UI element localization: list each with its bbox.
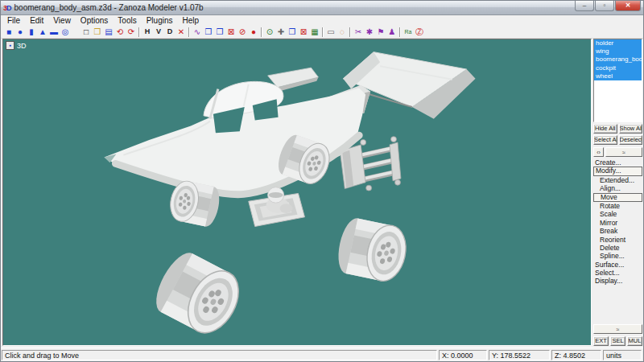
zoom-extents-icon[interactable]: ⊠ [298, 27, 309, 37]
menubar: FileEditViewOptionsToolsPluginsHelp [1, 15, 643, 26]
show-all-button[interactable]: Show All [619, 124, 643, 134]
wheel-object[interactable] [148, 247, 249, 341]
app-window: 3D boomerang_body_asm.z3d - Zanoza Model… [0, 0, 644, 362]
cut-tool-icon[interactable]: ✂ [353, 27, 364, 37]
primitive-cylinder-icon[interactable]: ▮ [26, 27, 37, 37]
hide-all-button[interactable]: Hide All [593, 124, 617, 134]
titlebar[interactable]: 3D boomerang_body_asm.z3d - Zanoza Model… [1, 1, 643, 15]
command-menu: Create...Modify...Extended...Align...Mov… [593, 158, 642, 286]
parts-list[interactable]: holderwingboomerang_bodycockpitwheel [593, 39, 642, 122]
undo-icon[interactable]: ⟲ [114, 27, 126, 37]
viewport-menu-icon[interactable]: ● [6, 41, 14, 50]
toggle-v-button[interactable]: V [153, 27, 164, 37]
mul-mode-button[interactable]: MUL [627, 336, 642, 346]
part-item[interactable]: holder [594, 39, 642, 47]
axes-forbid-icon[interactable]: ⊘ [237, 27, 248, 37]
toolbar: ■●▮▲▬◎□❒▤⟲⟳HVD✕∿❒❐⊠⊘●⊙✚❒⊠▦▭◌✂✱⚑♟RaⓏ [1, 26, 643, 39]
zmodeler-logo-icon[interactable]: Ⓩ [414, 27, 425, 37]
command-item[interactable]: Display... [593, 277, 642, 285]
toolbar-separator [138, 27, 140, 37]
primitive-ellipsoid-icon[interactable]: ▬ [48, 27, 60, 37]
toggle-h-button[interactable]: H [142, 27, 153, 37]
command-item[interactable]: Align... [593, 184, 642, 192]
new-file-icon[interactable]: □ [80, 27, 92, 37]
command-item[interactable]: Modify... [593, 167, 642, 175]
open-file-icon[interactable]: ❒ [92, 27, 103, 37]
pan-tool-icon[interactable]: ✚ [275, 27, 287, 37]
command-item[interactable]: Create... [593, 158, 642, 167]
viewport-3d[interactable]: ● 3D [2, 39, 592, 346]
local-axes-icon[interactable]: ❒ [203, 27, 214, 37]
toggle-d-button[interactable]: D [164, 27, 175, 37]
right-panel: holderwingboomerang_bodycockpitwheel Hid… [593, 39, 643, 348]
command-item[interactable]: Select... [593, 269, 642, 277]
plugin-ra-icon[interactable]: Ra [402, 27, 414, 37]
primitive-box-icon[interactable]: ■ [3, 27, 14, 37]
spline-mode-icon[interactable]: ∿ [192, 27, 203, 37]
primitive-torus-icon[interactable]: ◎ [60, 27, 71, 37]
save-file-icon[interactable]: ▤ [103, 27, 114, 37]
menu-item[interactable]: View [48, 15, 76, 26]
status-z-coordinate: Z: 4.8502 [551, 350, 601, 360]
close-button[interactable]: ✕ [615, 1, 641, 11]
command-item[interactable]: Rotate [593, 202, 642, 210]
redo-icon[interactable]: ⟳ [126, 27, 137, 37]
status-message: Click and drag to Move [2, 350, 437, 360]
toolbar-separator [188, 27, 190, 37]
axes-off-icon[interactable]: ⊠ [225, 27, 237, 37]
panel-collapse-button[interactable]: ≈ [605, 147, 642, 157]
deselect-button[interactable]: Deselect [619, 135, 643, 145]
toolbar-gap [71, 27, 80, 37]
boomerang-body-object[interactable] [104, 68, 370, 195]
render-sphere-icon[interactable]: ● [248, 27, 259, 37]
part-item[interactable]: wheel [594, 72, 642, 80]
command-item[interactable]: Mirror [593, 219, 642, 227]
minimize-button[interactable]: – [575, 1, 594, 11]
viewport-label-row: ● 3D [6, 41, 27, 50]
toolbar-separator [349, 27, 351, 37]
select-rectangle-icon[interactable]: ▭ [325, 27, 336, 37]
menu-item[interactable]: Help [178, 15, 204, 26]
star-tool-icon[interactable]: ✱ [364, 27, 375, 37]
command-item[interactable]: Break [593, 227, 642, 235]
maximize-button[interactable]: ▫ [595, 1, 614, 11]
zoom-tool-icon[interactable]: ⊙ [264, 27, 275, 37]
panel-dock-button[interactable]: ‹› [593, 147, 604, 157]
command-item[interactable]: Scale [593, 210, 642, 218]
orbit-view-icon[interactable]: ❒ [287, 27, 298, 37]
menu-item[interactable]: Options [76, 15, 113, 26]
panel-expand-button[interactable]: ≈ [593, 324, 642, 334]
select-circle-icon[interactable]: ◌ [336, 27, 348, 37]
menu-item[interactable]: Plugins [142, 15, 178, 26]
primitive-sphere-icon[interactable]: ● [14, 27, 26, 37]
wheel-object[interactable] [334, 216, 411, 284]
command-item[interactable]: Extended... [593, 176, 642, 184]
flag-tool-icon[interactable]: ⚑ [375, 27, 386, 37]
sel-mode-button[interactable]: SEL [610, 336, 625, 346]
axes-lock-icon[interactable]: ✕ [175, 27, 187, 37]
part-item[interactable]: cockpit [594, 64, 642, 72]
command-item[interactable]: Move [593, 193, 642, 202]
command-item[interactable]: Surface... [593, 261, 642, 269]
command-item[interactable]: Spline... [593, 252, 642, 260]
command-item[interactable]: Delete [593, 244, 642, 252]
object-axes-icon[interactable]: ❐ [214, 27, 225, 37]
toolbar-separator [399, 27, 401, 37]
select-all-button[interactable]: Select All [593, 135, 617, 145]
menu-item[interactable]: File [2, 15, 25, 26]
statusbar: Click and drag to Move X: 0.0000 Y: 178.… [1, 348, 643, 361]
window-title: boomerang_body_asm.z3d - Zanoza Modeler … [14, 3, 204, 12]
command-item[interactable]: Reorient [593, 236, 642, 244]
figure-tool-icon[interactable]: ♟ [386, 27, 398, 37]
part-item[interactable]: wing [594, 47, 642, 56]
viewport-label: 3D [17, 42, 27, 50]
panel-spacer [593, 286, 642, 324]
menu-item[interactable]: Tools [113, 15, 141, 26]
scene-view-icon[interactable]: ▦ [309, 27, 320, 37]
menu-item[interactable]: Edit [25, 15, 48, 26]
part-item[interactable]: boomerang_body [594, 56, 642, 64]
status-y-coordinate: Y: 178.5522 [489, 350, 550, 360]
ext-mode-button[interactable]: EXT [593, 336, 609, 346]
primitive-cone-icon[interactable]: ▲ [37, 27, 48, 37]
toolbar-separator [322, 27, 324, 37]
